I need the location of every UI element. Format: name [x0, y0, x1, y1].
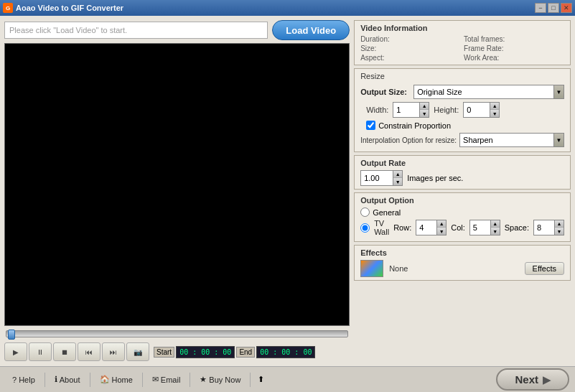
title-buttons: − □ ✕	[535, 3, 572, 13]
space-down-btn[interactable]: ▼	[555, 228, 564, 235]
rate-up-btn[interactable]: ▲	[393, 171, 402, 178]
output-size-value: Original Size	[414, 88, 462, 96]
nav-divider-5	[250, 373, 251, 387]
pause-button[interactable]: ⏸	[29, 342, 52, 361]
width-input[interactable]	[393, 103, 419, 117]
effects-thumbnail	[360, 260, 383, 277]
interp-select[interactable]: Sharpen ▼	[459, 133, 564, 147]
height-input[interactable]	[464, 103, 490, 117]
play-button[interactable]: ▶	[4, 342, 27, 361]
output-size-row: Output Size: Original Size ▼	[360, 85, 564, 99]
general-label: General	[373, 208, 401, 217]
output-rate-title: Output Rate	[360, 159, 564, 167]
upload-icon: ⬆	[258, 375, 264, 383]
left-panel: Please click "Load Video" to start. Load…	[4, 20, 350, 362]
rate-spinner[interactable]: ▲ ▼	[360, 170, 403, 186]
height-label: Height:	[434, 106, 459, 114]
snapshot-button[interactable]: 📷	[126, 342, 149, 361]
space-up-btn[interactable]: ▲	[555, 220, 564, 228]
col-input[interactable]	[470, 220, 490, 235]
about-nav-item[interactable]: ℹ About	[48, 372, 87, 387]
general-row: General	[360, 207, 564, 217]
col-spinner[interactable]: ▲ ▼	[469, 220, 500, 235]
col-down-btn[interactable]: ▼	[491, 228, 500, 235]
right-panel: Video Information Duration: Total frames…	[354, 20, 571, 362]
next-frame-button[interactable]: ⏭	[102, 342, 125, 361]
stop-button[interactable]: ⏹	[53, 342, 76, 361]
help-nav-item[interactable]: ? Help	[6, 373, 42, 387]
general-radio[interactable]	[360, 207, 370, 217]
resize-section: Resize Output Size: Original Size ▼ Widt…	[354, 68, 571, 152]
main-content: Please click "Load Video" to start. Load…	[0, 16, 575, 366]
title-bar-left: G Aoao Video to GIF Converter	[3, 3, 123, 13]
space-input[interactable]	[534, 220, 554, 235]
row-up-btn[interactable]: ▲	[437, 220, 446, 228]
next-button[interactable]: Next ▶	[496, 368, 569, 391]
height-down-btn[interactable]: ▼	[490, 110, 499, 117]
frame-rate-row: Frame Rate:	[464, 45, 564, 52]
seek-bar[interactable]	[6, 330, 348, 337]
interp-arrow[interactable]: ▼	[553, 134, 564, 146]
size-row: Size:	[360, 45, 461, 52]
constrain-checkbox[interactable]	[366, 121, 375, 130]
email-nav-item[interactable]: ✉ Email	[146, 372, 187, 387]
home-nav-item[interactable]: 🏠 Home	[93, 372, 139, 387]
rate-spinner-btns: ▲ ▼	[393, 171, 402, 185]
size-label: Size:	[360, 45, 376, 52]
upload-area[interactable]: ⬆	[253, 373, 268, 386]
row-down-btn[interactable]: ▼	[437, 228, 446, 235]
video-info-section: Video Information Duration: Total frames…	[354, 20, 571, 65]
prev-frame-button[interactable]: ⏮	[78, 342, 100, 361]
output-size-arrow[interactable]: ▼	[553, 85, 564, 98]
space-spinner[interactable]: ▲ ▼	[533, 220, 564, 235]
about-label: About	[60, 375, 80, 384]
tvwall-radio[interactable]	[360, 223, 370, 233]
total-frames-label: Total frames:	[464, 35, 505, 43]
constrain-row: Constrain Proportion	[360, 121, 564, 130]
height-up-btn[interactable]: ▲	[490, 103, 499, 110]
buynow-label: Buy Now	[209, 375, 240, 384]
load-video-button[interactable]: Load Video	[272, 20, 350, 40]
nav-divider-4	[190, 373, 190, 387]
effects-title: Effects	[360, 248, 564, 257]
output-size-select[interactable]: Original Size ▼	[413, 85, 564, 99]
interp-value: Sharpen	[460, 136, 493, 144]
seek-thumb[interactable]	[8, 330, 15, 340]
width-up-btn[interactable]: ▲	[420, 103, 429, 110]
aspect-label: Aspect:	[360, 54, 384, 62]
output-option-title: Output Option	[360, 196, 564, 205]
effects-name: None	[389, 264, 518, 273]
maximize-button[interactable]: □	[548, 3, 559, 13]
width-height-row: Width: ▲ ▼ Height: ▲ ▼	[360, 102, 564, 118]
rate-down-btn[interactable]: ▼	[393, 178, 402, 185]
app-icon: G	[3, 3, 13, 13]
nav-divider-3	[142, 373, 143, 387]
buynow-icon: ★	[200, 375, 207, 384]
height-spinner[interactable]: ▲ ▼	[463, 102, 500, 118]
seek-bar-container[interactable]	[4, 329, 350, 339]
bottom-bar: ? Help ℹ About 🏠 Home ✉ Email ★ Buy Now …	[0, 366, 575, 392]
row-input[interactable]	[416, 220, 436, 235]
width-spinner[interactable]: ▲ ▼	[393, 102, 429, 118]
next-label: Next	[515, 373, 538, 386]
effects-button[interactable]: Effects	[525, 262, 564, 275]
row-spinner[interactable]: ▲ ▼	[416, 220, 447, 235]
width-down-btn[interactable]: ▼	[420, 110, 429, 117]
help-icon: ?	[12, 375, 17, 384]
output-size-label: Output Size:	[360, 88, 411, 96]
video-info-title: Video Information	[360, 24, 564, 32]
effects-row: None Effects	[360, 260, 564, 277]
total-frames-row: Total frames:	[464, 35, 564, 43]
interp-row: Interpolation Option for resize: Sharpen…	[360, 133, 564, 147]
output-rate-section: Output Rate ▲ ▼ Images per sec.	[354, 155, 571, 190]
start-label: Start	[154, 347, 174, 358]
minimize-button[interactable]: −	[535, 3, 546, 13]
row-spinner-btns: ▲ ▼	[436, 220, 446, 235]
rate-input[interactable]	[361, 171, 393, 185]
close-button[interactable]: ✕	[561, 3, 572, 13]
duration-row: Duration:	[360, 35, 461, 43]
buynow-nav-item[interactable]: ★ Buy Now	[193, 372, 247, 387]
col-up-btn[interactable]: ▲	[491, 220, 500, 228]
title-bar: G Aoao Video to GIF Converter − □ ✕	[0, 0, 575, 16]
interp-label: Interpolation Option for resize:	[360, 136, 457, 144]
